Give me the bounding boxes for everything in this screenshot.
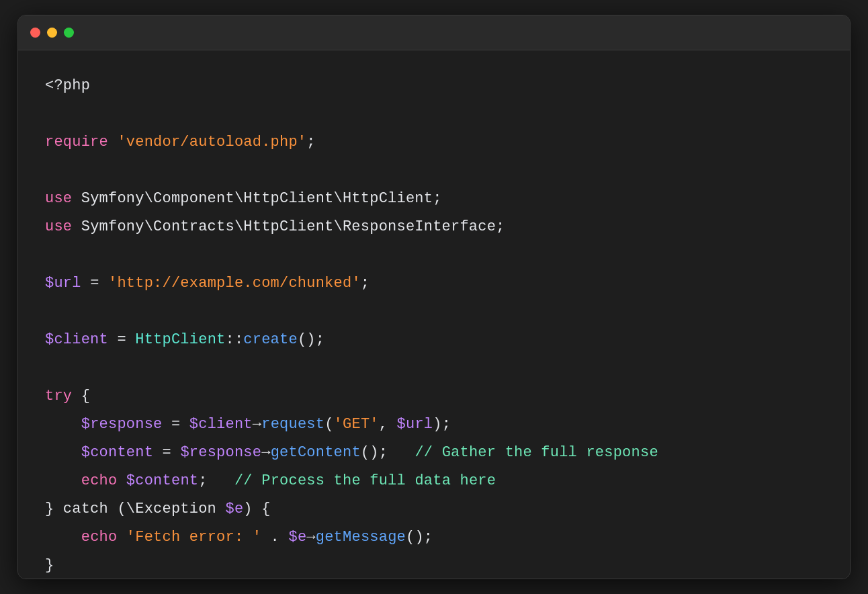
- code-token: ,: [379, 411, 397, 439]
- code-line: use Symfony\Component\HttpClient\HttpCli…: [45, 185, 823, 213]
- code-line: } catch (\Exception $e) {: [45, 495, 823, 523]
- code-token: 'vendor/autoload.php': [117, 128, 306, 157]
- code-token: create: [243, 326, 298, 354]
- code-token: Symfony\Component\HttpClient\HttpClient;: [72, 185, 441, 213]
- code-line: require 'vendor/autoload.php';: [45, 128, 823, 157]
- code-token: $client: [45, 326, 108, 354]
- empty-line: [45, 100, 823, 128]
- maximize-button[interactable]: [64, 28, 74, 38]
- code-area: <?phprequire 'vendor/autoload.php';use S…: [18, 50, 850, 579]
- code-token: 'Fetch error: ': [126, 523, 261, 552]
- code-token: =: [163, 411, 189, 439]
- code-token: $e: [288, 523, 306, 552]
- code-token: →: [253, 411, 261, 439]
- code-line: $response = $client→request('GET', $url)…: [45, 411, 823, 439]
- code-token: =: [81, 269, 108, 298]
- code-token: require: [45, 128, 108, 157]
- code-token: ();: [298, 326, 324, 354]
- code-token: [117, 523, 126, 552]
- code-token: ) {: [243, 495, 270, 523]
- code-token: $e: [225, 495, 243, 523]
- code-token: echo: [81, 523, 118, 552]
- code-token: } catch (\Exception: [45, 495, 225, 523]
- code-token: HttpClient: [135, 326, 225, 354]
- code-token: ;: [306, 128, 315, 157]
- code-token: $response: [81, 411, 163, 439]
- code-line: }: [45, 552, 823, 579]
- code-line: $content = $response→getContent(); // Ga…: [45, 439, 823, 467]
- code-token: getContent: [271, 439, 361, 467]
- empty-line: [45, 241, 823, 269]
- code-token: [117, 467, 126, 495]
- code-token: ;: [198, 467, 207, 495]
- code-token: →: [306, 523, 315, 552]
- code-line: echo $content; // Process the full data …: [45, 467, 823, 495]
- title-bar: [18, 15, 850, 50]
- code-token: {: [72, 382, 90, 411]
- code-token: 'http://example.com/chunked': [108, 269, 361, 298]
- code-token: // Process the full data here: [208, 467, 496, 495]
- code-token: }: [45, 552, 54, 579]
- code-token: $content: [81, 439, 153, 467]
- code-line: <?php: [45, 72, 823, 100]
- code-token: echo: [81, 467, 118, 495]
- close-button[interactable]: [30, 28, 40, 38]
- code-token: $url: [45, 269, 81, 298]
- code-token: .: [261, 523, 288, 552]
- code-token: getMessage: [316, 523, 406, 552]
- code-line: use Symfony\Contracts\HttpClient\Respons…: [45, 213, 823, 241]
- code-line: $client = HttpClient::create();: [45, 326, 823, 354]
- code-token: =: [108, 326, 135, 354]
- code-token: ();: [361, 439, 388, 467]
- code-token: Symfony\Contracts\HttpClient\ResponseInt…: [72, 213, 505, 241]
- code-line: $url = 'http://example.com/chunked';: [45, 269, 823, 298]
- empty-line: [45, 157, 823, 185]
- code-token: $response: [180, 439, 261, 467]
- code-line: echo 'Fetch error: ' . $e→getMessage();: [45, 523, 823, 552]
- code-token: try: [45, 382, 72, 411]
- code-token: <?php: [45, 72, 90, 100]
- code-window: <?phprequire 'vendor/autoload.php';use S…: [17, 15, 851, 579]
- minimize-button[interactable]: [47, 28, 57, 38]
- code-token: [108, 128, 117, 157]
- code-token: =: [153, 439, 180, 467]
- code-token: $client: [189, 411, 253, 439]
- code-token: $content: [126, 467, 198, 495]
- code-token: ();: [406, 523, 433, 552]
- empty-line: [45, 354, 823, 382]
- code-token: (: [324, 411, 333, 439]
- code-token: // Gather the full response: [388, 439, 658, 467]
- code-token: request: [261, 411, 324, 439]
- code-token: ::: [225, 326, 243, 354]
- code-token: use: [45, 213, 72, 241]
- code-token: 'GET': [334, 411, 379, 439]
- code-token: →: [261, 439, 270, 467]
- code-token: );: [433, 411, 451, 439]
- code-token: ;: [361, 269, 370, 298]
- code-token: $url: [397, 411, 433, 439]
- code-token: use: [45, 185, 72, 213]
- code-line: try {: [45, 382, 823, 411]
- empty-line: [45, 298, 823, 326]
